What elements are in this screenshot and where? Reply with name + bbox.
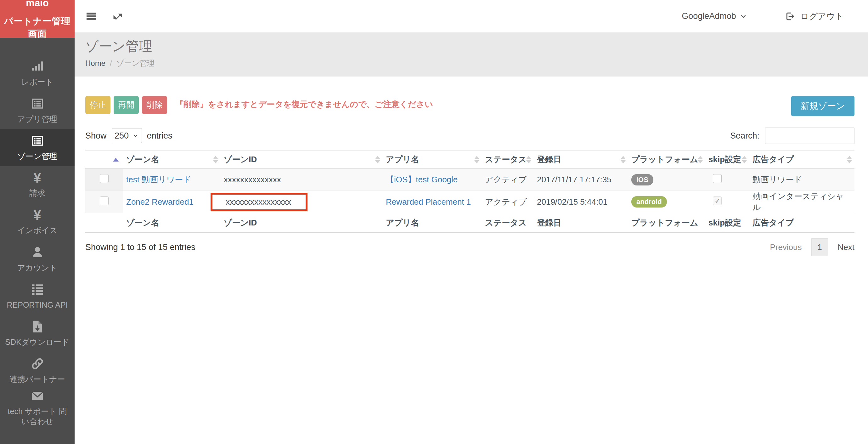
- sidebar-item-partner-link[interactable]: 連携パートナー: [0, 352, 74, 389]
- table-header-row: ゾーン名 ゾーンID アプリ名 ステータス 登録日 プラットフォーム skip設…: [85, 150, 855, 169]
- new-zone-button[interactable]: 新規ゾーン: [791, 96, 855, 116]
- sort-icons: [742, 156, 747, 164]
- sidebar: maio パートナー管理画面 レポート アプリ管理: [0, 0, 74, 444]
- sidebar-item-label: インボイス: [17, 225, 58, 235]
- breadcrumb-current: ゾーン管理: [117, 58, 155, 68]
- user-icon: [31, 246, 44, 259]
- column-header-zone-id[interactable]: ゾーンID: [221, 150, 383, 169]
- stop-button[interactable]: 停止: [85, 96, 111, 114]
- entries-info: Showing 1 to 15 of 15 entries: [85, 242, 195, 252]
- search-input[interactable]: [765, 127, 855, 144]
- table-row: Zone2 Rewarded1 xxxxxxxxxxxxxxxx Rewarde…: [85, 191, 855, 213]
- toolbar: 停止 再開 削除 『削除』をされますとデータを復元できませんので、ご注意ください…: [85, 96, 855, 116]
- platform-badge: android: [631, 196, 667, 208]
- footer-column-ad-type: 広告タイプ: [749, 213, 855, 233]
- app-name-link[interactable]: 【iOS】test Google: [386, 175, 458, 184]
- next-page-button[interactable]: Next: [838, 242, 855, 252]
- sidebar-item-label: SDKダウンロード: [5, 337, 69, 347]
- skip-checkbox[interactable]: [713, 197, 722, 205]
- column-header-zone-name[interactable]: ゾーン名: [123, 150, 221, 169]
- column-header-ad-type[interactable]: 広告タイプ: [749, 150, 855, 169]
- app-name-link[interactable]: Rewarded Placement 1: [386, 197, 471, 207]
- sort-icons: [847, 156, 852, 164]
- sort-icons: [698, 156, 703, 164]
- sign-out-icon: [785, 11, 795, 22]
- hamburger-icon: [85, 10, 97, 22]
- footer-column-skip: skip設定: [705, 213, 749, 233]
- status-value: アクティブ: [485, 197, 527, 207]
- file-download-icon: [31, 320, 44, 333]
- sidebar-item-sdk-download[interactable]: SDKダウンロード: [0, 315, 74, 352]
- registered-value: 2017/11/17 17:17:35: [537, 175, 612, 184]
- platform-badge: iOS: [631, 174, 653, 185]
- sidebar-item-label: アプリ管理: [17, 114, 57, 124]
- th-list-icon: [31, 283, 44, 296]
- fullscreen-button[interactable]: [112, 10, 124, 22]
- column-header-app-name[interactable]: アプリ名: [383, 150, 482, 169]
- zone-id-value: xxxxxxxxxxxxxx: [224, 175, 281, 184]
- sidebar-item-label: tech サポート 問い合わせ: [4, 406, 70, 426]
- sort-icons: [474, 156, 479, 164]
- account-dropdown[interactable]: GoogleAdmob: [682, 11, 747, 21]
- app-root: maio パートナー管理画面 レポート アプリ管理: [0, 0, 868, 444]
- main-area: GoogleAdmob ログアウト ゾーン管理 Home / ゾーン管理: [74, 0, 868, 444]
- brand-title: maio: [2, 0, 73, 9]
- column-header-status[interactable]: ステータス: [482, 150, 534, 169]
- sidebar-item-label: REPORTING API: [7, 300, 68, 310]
- row-checkbox[interactable]: [100, 197, 108, 205]
- table-row: test 動画リワード xxxxxxxxxxxxxx 【iOS】test Goo…: [85, 169, 855, 191]
- sidebar-item-report[interactable]: レポート: [0, 55, 74, 92]
- row-checkbox[interactable]: [100, 174, 108, 183]
- registered-value: 2019/02/15 5:44:01: [537, 197, 608, 207]
- column-header-registered[interactable]: 登録日: [534, 150, 628, 169]
- select-all-header[interactable]: [85, 150, 123, 169]
- logout-label: ログアウト: [800, 11, 844, 22]
- zone-name-link[interactable]: Zone2 Rewarded1: [126, 197, 193, 207]
- footer-column-zone-name: ゾーン名: [123, 213, 221, 233]
- sort-icons: [213, 156, 218, 164]
- sidebar-item-app-management[interactable]: アプリ管理: [0, 92, 74, 129]
- sort-icons: [621, 156, 626, 164]
- column-header-platform[interactable]: プラットフォーム: [628, 150, 705, 169]
- brand-header: maio パートナー管理画面: [0, 0, 74, 38]
- breadcrumb: Home / ゾーン管理: [85, 58, 855, 68]
- content: 停止 再開 削除 『削除』をされますとデータを復元できませんので、ご注意ください…: [74, 77, 868, 444]
- breadcrumb-home-link[interactable]: Home: [85, 59, 105, 68]
- bar-chart-icon: [31, 60, 44, 73]
- account-name: GoogleAdmob: [682, 11, 736, 21]
- hamburger-menu-button[interactable]: [85, 10, 97, 22]
- breadcrumb-separator: /: [110, 59, 112, 68]
- yen-icon: ¥: [33, 209, 41, 221]
- table-controls: Show 250 entries Search:: [85, 127, 855, 144]
- logout-button[interactable]: ログアウト: [785, 11, 844, 22]
- table-footer: Showing 1 to 15 of 15 entries Previous 1…: [85, 238, 855, 256]
- page-title: ゾーン管理: [85, 37, 855, 55]
- show-label: Show: [85, 131, 107, 141]
- zones-table: ゾーン名 ゾーンID アプリ名 ステータス 登録日 プラットフォーム skip設…: [85, 150, 855, 233]
- yen-icon: ¥: [33, 172, 41, 184]
- column-header-skip[interactable]: skip設定: [705, 150, 749, 169]
- page-size-value: 250: [115, 131, 129, 141]
- sidebar-item-label: ゾーン管理: [17, 151, 57, 161]
- sidebar-nav: レポート アプリ管理 ゾーン管理: [0, 38, 74, 426]
- highlight-box: xxxxxxxxxxxxxxxx: [211, 193, 308, 211]
- sidebar-item-account[interactable]: アカウント: [0, 241, 74, 278]
- chevron-down-icon: [132, 132, 139, 139]
- page-header-band: ゾーン管理 Home / ゾーン管理: [74, 32, 868, 77]
- sidebar-item-invoice[interactable]: ¥ インボイス: [0, 203, 74, 241]
- resume-button[interactable]: 再開: [114, 96, 139, 114]
- sidebar-item-billing[interactable]: ¥ 請求: [0, 166, 74, 203]
- sidebar-item-label: 連携パートナー: [9, 374, 65, 384]
- sort-asc-icon: [113, 158, 119, 161]
- footer-column-app-name: アプリ名: [383, 213, 482, 233]
- sidebar-item-reporting-api[interactable]: REPORTING API: [0, 278, 74, 315]
- page-size-select[interactable]: 250: [112, 128, 142, 143]
- skip-checkbox[interactable]: [713, 174, 722, 183]
- sidebar-item-label: アカウント: [17, 263, 58, 273]
- page-number-button[interactable]: 1: [811, 238, 828, 256]
- sidebar-item-zone-management[interactable]: ゾーン管理: [0, 129, 74, 166]
- zone-name-link[interactable]: test 動画リワード: [126, 175, 191, 184]
- delete-button[interactable]: 削除: [142, 96, 167, 114]
- previous-page-button[interactable]: Previous: [770, 242, 802, 252]
- sidebar-item-tech-support[interactable]: tech サポート 問い合わせ: [0, 389, 74, 426]
